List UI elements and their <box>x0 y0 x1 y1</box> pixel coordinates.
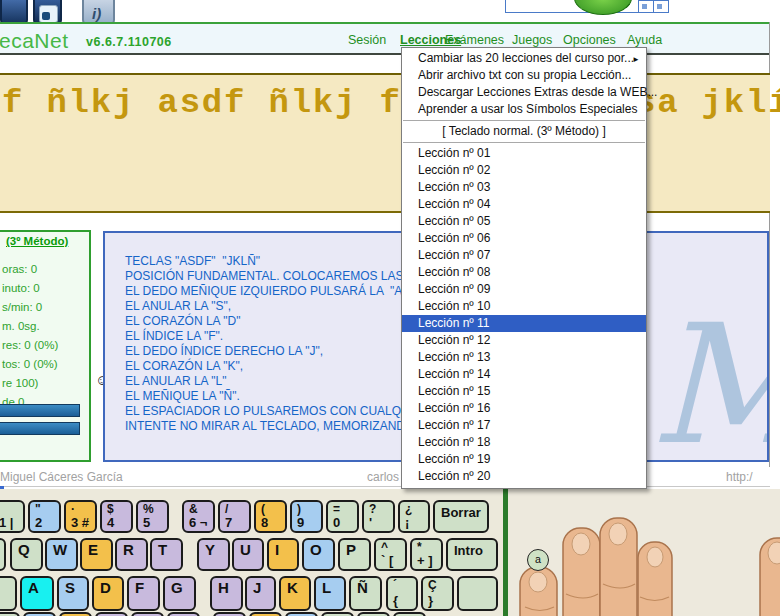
mecanet-app-window: i) ecaNet v6.6.7.110706 SesiónLeccionesE… <box>0 0 780 616</box>
key-blank[interactable] <box>167 612 200 616</box>
key-R[interactable]: R <box>115 538 148 571</box>
dropdown-action-1[interactable]: Cambiar las 20 lecciones del curso por..… <box>402 50 646 67</box>
menu-ayuda[interactable]: Ayuda <box>627 33 662 47</box>
key-blank[interactable] <box>249 612 282 616</box>
key-blank[interactable] <box>321 612 354 616</box>
dropdown-action-4[interactable]: Aprender a usar los Símbolos Especiales <box>402 101 646 118</box>
key-}[interactable]: Ç} <box>421 576 454 611</box>
key-blank[interactable] <box>393 612 426 616</box>
key-legend-top: $ <box>107 502 114 516</box>
key-5[interactable]: %5 <box>136 500 169 533</box>
menu-item-leccion-01[interactable]: Lección nº 01 <box>402 145 646 162</box>
key-blank[interactable] <box>285 612 318 616</box>
key-0[interactable]: =0 <box>326 500 359 533</box>
key-'[interactable]: ?' <box>362 500 395 533</box>
menu-juegos[interactable]: Juegos <box>512 33 552 47</box>
menu-item-leccion-06[interactable]: Lección nº 06 <box>402 230 646 247</box>
key-D[interactable]: D <box>92 576 124 611</box>
key-E[interactable]: E <box>80 538 113 571</box>
key-J[interactable]: J <box>245 576 276 611</box>
lesson-instruction-line: EL CORAZÓN LA "K", <box>125 359 243 373</box>
key-legend-top: ? <box>369 502 376 516</box>
key-P[interactable]: P <box>338 538 371 571</box>
key-6 ¬[interactable]: &6 ¬ <box>182 500 215 533</box>
menu-item-leccion-10[interactable]: Lección nº 10 <box>402 298 646 315</box>
key-legend-bottom: 9 <box>297 515 304 530</box>
key-legend-bottom: 4 <box>107 515 114 530</box>
menu-item-leccion-14[interactable]: Lección nº 14 <box>402 366 646 383</box>
key-blank[interactable] <box>23 612 56 616</box>
key-Ñ[interactable]: Ñ <box>349 576 382 611</box>
dropdown-action-2[interactable]: Abrir archivo txt con su propia Lección.… <box>402 67 646 84</box>
lesson-instruction-line: EL CORAZÓN LA "D" <box>125 314 240 328</box>
key-A[interactable]: A <box>20 576 54 611</box>
key-T[interactable]: T <box>150 538 183 571</box>
key-blank[interactable] <box>457 576 498 611</box>
key-Intro[interactable]: Intro <box>446 538 498 571</box>
key-blank[interactable] <box>0 576 17 611</box>
key-¡[interactable]: ¿¡ <box>398 500 430 533</box>
key-H[interactable]: H <box>210 576 243 611</box>
menu-item-leccion-03[interactable]: Lección nº 03 <box>402 179 646 196</box>
menu-opciones[interactable]: Opciones <box>563 33 616 47</box>
lesson-instruction-line: EL ESPACIADOR LO PULSAREMOS CON CUALQU <box>125 404 410 418</box>
key-blank[interactable] <box>213 612 246 616</box>
key-legend-bottom: 0 <box>333 515 340 530</box>
key-W[interactable]: W <box>45 538 78 571</box>
key-G[interactable]: G <box>163 576 196 611</box>
key-F[interactable]: F <box>127 576 160 611</box>
menu-sesión[interactable]: Sesión <box>348 33 386 47</box>
key-` [[interactable]: ^` [ <box>374 538 407 571</box>
key-+ ][interactable]: *+ ] <box>410 538 443 571</box>
dropdown-mode-item[interactable]: [ Teclado normal. (3º Método) ] <box>402 123 646 140</box>
key-4[interactable]: $4 <box>100 500 133 533</box>
key-blank[interactable] <box>95 612 128 616</box>
key-Y[interactable]: Y <box>197 538 230 571</box>
submenu-arrow-icon: ► <box>632 51 640 68</box>
menu-item-leccion-16[interactable]: Lección nº 16 <box>402 400 646 417</box>
menu-item-leccion-05[interactable]: Lección nº 05 <box>402 213 646 230</box>
menu-item-leccion-13[interactable]: Lección nº 13 <box>402 349 646 366</box>
key-O[interactable]: O <box>302 538 335 571</box>
key-legend-bottom: 5 <box>143 515 150 530</box>
menu-separator <box>403 142 645 143</box>
key-Q[interactable]: Q <box>10 538 43 571</box>
menu-item-leccion-15[interactable]: Lección nº 15 <box>402 383 646 400</box>
key-blank[interactable] <box>0 612 20 616</box>
key-S[interactable]: S <box>57 576 89 611</box>
menu-exámenes[interactable]: Exámenes <box>445 33 504 47</box>
key-U[interactable]: U <box>232 538 264 571</box>
key-Borrar[interactable]: Borrar <box>433 500 489 533</box>
key-9[interactable]: )9 <box>290 500 323 533</box>
lesson-instruction-line: EL MEÑIQUE LA "Ñ". <box>125 389 240 403</box>
menu-item-leccion-19[interactable]: Lección nº 19 <box>402 451 646 468</box>
key-{[interactable]: ´{ <box>386 576 418 611</box>
menu-item-leccion-20[interactable]: Lección nº 20 <box>402 468 646 485</box>
key-1 |[interactable]: 1 | <box>0 500 25 533</box>
menu-item-leccion-07[interactable]: Lección nº 07 <box>402 247 646 264</box>
key-blank[interactable] <box>0 538 6 571</box>
key-L[interactable]: L <box>314 576 346 611</box>
key-blank[interactable] <box>59 612 92 616</box>
mecanet-watermark: M <box>650 303 769 462</box>
menu-item-leccion-08[interactable]: Lección nº 08 <box>402 264 646 281</box>
lesson-instruction-line: EL ANULAR LA "S", <box>125 299 231 313</box>
key-I[interactable]: I <box>267 538 299 571</box>
dropdown-action-3[interactable]: Descargar Lecciones Extras desde la WEB.… <box>402 84 646 101</box>
menu-item-leccion-17[interactable]: Lección nº 17 <box>402 417 646 434</box>
key-8[interactable]: (8 <box>254 500 287 533</box>
key-3 #[interactable]: ·3 # <box>64 500 97 533</box>
key-K[interactable]: K <box>279 576 311 611</box>
key-blank[interactable] <box>357 612 390 616</box>
menu-item-leccion-11[interactable]: Lección nº 11 <box>402 315 646 332</box>
menu-item-leccion-12[interactable]: Lección nº 12 <box>402 332 646 349</box>
key-legend: Intro <box>454 543 483 558</box>
menu-item-leccion-04[interactable]: Lección nº 04 <box>402 196 646 213</box>
menu-item-leccion-02[interactable]: Lección nº 02 <box>402 162 646 179</box>
key-2[interactable]: "2 <box>28 500 61 533</box>
menu-item-leccion-18[interactable]: Lección nº 18 <box>402 434 646 451</box>
menu-item-leccion-09[interactable]: Lección nº 09 <box>402 281 646 298</box>
key-legend-top: · <box>71 502 75 516</box>
key-blank[interactable] <box>131 612 164 616</box>
key-7[interactable]: /7 <box>218 500 251 533</box>
